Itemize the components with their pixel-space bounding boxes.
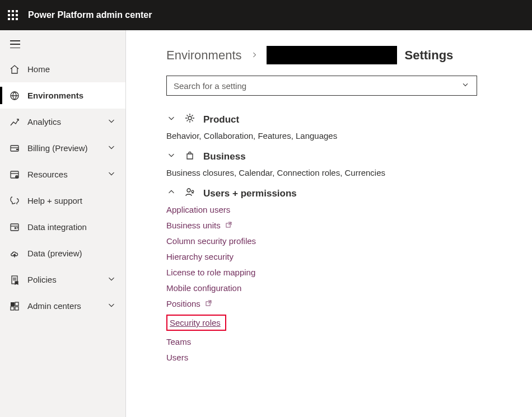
globe-icon: [9, 90, 20, 101]
sidebar-item-admin-centers[interactable]: Admin centers: [0, 293, 125, 319]
external-link-icon: [205, 299, 212, 308]
chevron-down-icon: [166, 150, 176, 163]
external-link-icon: [225, 221, 232, 230]
link-hierarchy-security[interactable]: Hierarchy security: [166, 252, 510, 261]
hamburger-icon: [10, 40, 20, 48]
link-mobile-configuration[interactable]: Mobile configuration: [166, 283, 510, 293]
sidebar-item-analytics[interactable]: Analytics: [0, 109, 125, 135]
section-business-desc: Business closures, Calendar, Connection …: [166, 168, 510, 177]
link-security-roles[interactable]: Security roles: [166, 315, 226, 331]
sidebar-item-environments[interactable]: Environments: [0, 82, 125, 109]
link-application-users[interactable]: Application users: [166, 205, 510, 214]
briefcase-icon: [184, 149, 195, 163]
sidebar-item-data-integration[interactable]: Data integration: [0, 214, 125, 240]
section-product-header[interactable]: Product: [166, 113, 510, 126]
sidebar: Home Environments Analytics Billing (Pre…: [0, 30, 126, 417]
chevron-down-icon: [461, 80, 470, 91]
link-positions[interactable]: Positions: [166, 299, 510, 308]
sidebar-item-billing[interactable]: Billing (Preview): [0, 135, 125, 161]
billing-icon: [9, 143, 20, 154]
sidebar-item-policies[interactable]: Policies: [0, 266, 125, 293]
cloud-upload-icon: [9, 248, 20, 259]
sidebar-item-label: Billing (Preview): [27, 143, 88, 153]
sidebar-item-label: Data (preview): [27, 249, 82, 258]
admin-centers-icon: [9, 301, 20, 312]
chevron-down-icon: [106, 142, 116, 154]
link-column-security-profiles[interactable]: Column security profiles: [166, 236, 510, 246]
app-launcher-icon[interactable]: [8, 10, 18, 20]
chevron-down-icon: [106, 274, 116, 285]
sidebar-item-label: Admin centers: [27, 301, 81, 311]
top-bar: Power Platform admin center: [0, 0, 532, 30]
home-icon: [9, 64, 20, 75]
link-teams[interactable]: Teams: [166, 337, 510, 346]
gear-icon: [184, 113, 195, 126]
chevron-down-icon: [106, 116, 116, 128]
users-icon: [184, 186, 195, 200]
link-users[interactable]: Users: [166, 353, 510, 362]
sidebar-item-label: Data integration: [27, 222, 87, 232]
sidebar-toggle[interactable]: [0, 36, 125, 56]
section-business-header[interactable]: Business: [166, 149, 510, 163]
sidebar-item-label: Home: [27, 64, 50, 74]
chevron-down-icon: [106, 300, 116, 312]
sidebar-item-help[interactable]: Help + support: [0, 188, 125, 214]
chevron-up-icon: [166, 187, 176, 200]
breadcrumb-env-redacted: [267, 46, 397, 64]
data-integration-icon: [9, 222, 20, 233]
chevron-right-icon: [250, 48, 259, 63]
section-users-header[interactable]: Users + permissions: [166, 186, 510, 200]
sidebar-item-resources[interactable]: Resources: [0, 161, 125, 188]
policies-icon: [9, 274, 20, 285]
sidebar-item-label: Policies: [27, 275, 57, 284]
section-title: Product: [203, 114, 239, 125]
breadcrumb-root[interactable]: Environments: [166, 48, 242, 63]
link-license-to-role-mapping[interactable]: License to role mapping: [166, 268, 510, 277]
section-title: Business: [203, 151, 246, 162]
search-placeholder: Search for a setting: [174, 81, 461, 91]
section-title: Users + permissions: [203, 188, 297, 199]
breadcrumb: Environments Settings: [166, 46, 510, 64]
resources-icon: [9, 169, 20, 180]
analytics-icon: [9, 116, 20, 128]
link-business-units[interactable]: Business units: [166, 221, 510, 230]
main-content: Environments Settings Search for a setti…: [126, 30, 532, 417]
section-product-desc: Behavior, Collaboration, Features, Langu…: [166, 131, 510, 140]
headset-icon: [9, 195, 20, 207]
chevron-down-icon: [106, 168, 116, 180]
users-links: Application users Business units Column …: [166, 205, 510, 362]
sidebar-item-label: Help + support: [27, 196, 82, 205]
sidebar-item-data-preview[interactable]: Data (preview): [0, 240, 125, 266]
app-title: Power Platform admin center: [28, 10, 152, 20]
page-title: Settings: [405, 48, 454, 63]
search-input[interactable]: Search for a setting: [166, 76, 477, 96]
chevron-down-icon: [166, 113, 176, 126]
sidebar-item-home[interactable]: Home: [0, 56, 125, 82]
sidebar-item-label: Environments: [27, 91, 83, 100]
sidebar-item-label: Analytics: [27, 117, 61, 126]
sidebar-item-label: Resources: [27, 170, 68, 179]
